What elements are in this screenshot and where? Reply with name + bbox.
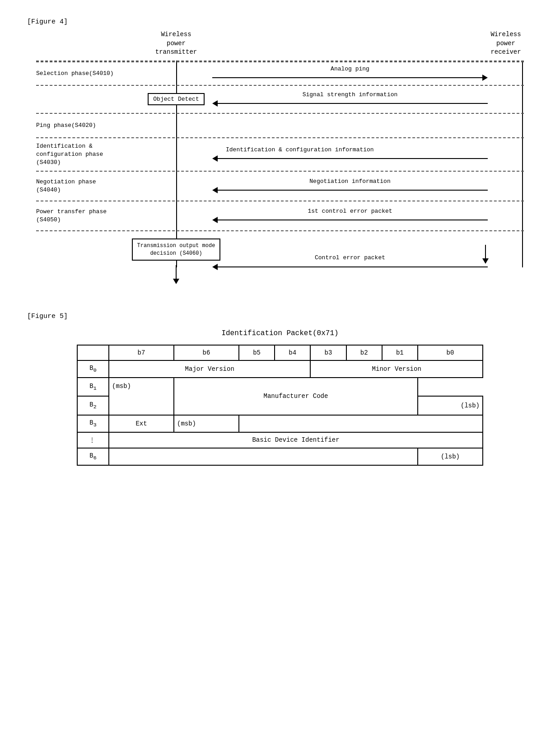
- msg-analog-ping: Analog ping: [331, 65, 369, 72]
- cell-minor-version: Minor Version: [310, 360, 483, 378]
- object-detect-box: Object Detect: [148, 93, 204, 105]
- row-label-B2: B2: [77, 396, 109, 415]
- tx-output-box: Transmission output modedecision (S4060): [132, 238, 221, 261]
- th-b7: b7: [109, 345, 174, 360]
- rx-header: Wireless power receiver: [488, 30, 524, 57]
- seq-row-tx-output: Transmission output modedecision (S4060)…: [36, 231, 524, 290]
- phase-power-transfer: Power transfer phase(S4050): [36, 206, 140, 226]
- th-b4: b4: [275, 345, 310, 360]
- cell-empty-b6: [109, 448, 418, 465]
- seq-row-negotiation: Negotiation phase(S4040) Negotiation inf…: [36, 172, 524, 201]
- row-label-dots: ⋮: [77, 432, 109, 448]
- th-b1: b1: [382, 345, 418, 360]
- figure5-section: Identification Packet(0x71) b7 b6 b5 b4 …: [27, 329, 533, 466]
- phase-ping: Ping phase(S4020): [36, 120, 140, 131]
- cell-lsb-b2: (lsb): [418, 396, 483, 415]
- table-header-row: b7 b6 b5 b4 b3 b2 b1 b0: [77, 345, 483, 360]
- msg-signal-strength: Signal strength information: [303, 91, 398, 98]
- th-b0: b0: [418, 345, 483, 360]
- msg-control-error: Control error packet: [315, 254, 385, 261]
- phase-selection: Selection phase(S4010): [36, 68, 140, 79]
- th-empty: [77, 345, 109, 360]
- row-label-B0: B0: [77, 360, 109, 378]
- table-row-B3: B3 Ext (msb): [77, 415, 483, 432]
- cell-basic-device-id: Basic Device Identifier: [109, 432, 483, 448]
- row-label-B1: B1: [77, 378, 109, 397]
- cell-lsb-b6: (lsb): [418, 448, 483, 465]
- table-row-B6: B6 (lsb): [77, 448, 483, 465]
- th-b3: b3: [310, 345, 346, 360]
- seq-row-ping: Ping phase(S4020): [36, 114, 524, 137]
- tx-header: Wireless power transmitter: [140, 30, 212, 57]
- cell-msb-b3: (msb): [174, 415, 239, 432]
- seq-row-power-transfer: Power transfer phase(S4050) 1st control …: [36, 201, 524, 230]
- th-b2: b2: [346, 345, 382, 360]
- th-b6: b6: [174, 345, 239, 360]
- msg-id-config: Identification & configuration informati…: [226, 146, 374, 153]
- seq-row-idconfig: Identification &configuration phase(S403…: [36, 138, 524, 171]
- table-row-B1: B1 (msb) Manufacturer Code: [77, 378, 483, 397]
- cell-major-version: Major Version: [109, 360, 310, 378]
- msg-1st-error: 1st control error packet: [308, 208, 392, 215]
- phase-negotiation: Negotiation phase(S4040): [36, 176, 140, 196]
- phase-idconfig: Identification &configuration phase(S403…: [36, 140, 140, 169]
- figure4-label: [Figure 4]: [27, 18, 533, 26]
- figure5-label: [Figure 5]: [27, 313, 533, 320]
- table-row-dots: ⋮ Basic Device Identifier: [77, 432, 483, 448]
- identification-packet-table: b7 b6 b5 b4 b3 b2 b1 b0 B0 Major Version…: [77, 345, 483, 466]
- cell-manufacturer-code: Manufacturer Code: [174, 378, 418, 416]
- cell-msb: (msb): [109, 378, 174, 416]
- cell-ext: Ext: [109, 415, 174, 432]
- msg-negotiation: Negotiation information: [309, 178, 390, 185]
- cell-empty-b3: [239, 415, 483, 432]
- fig5-title: Identification Packet(0x71): [27, 329, 533, 337]
- table-row-B0: B0 Major Version Minor Version: [77, 360, 483, 378]
- seq-row-selection: Selection phase(S4010) Analog ping: [36, 61, 524, 85]
- sequence-diagram: Wireless power transmitter Wireless powe…: [36, 30, 524, 290]
- row-label-B3: B3: [77, 415, 109, 432]
- seq-row-object-detect: Object Detect Signal strength informatio…: [36, 86, 524, 113]
- th-b5: b5: [239, 345, 275, 360]
- row-label-B6: B6: [77, 448, 109, 465]
